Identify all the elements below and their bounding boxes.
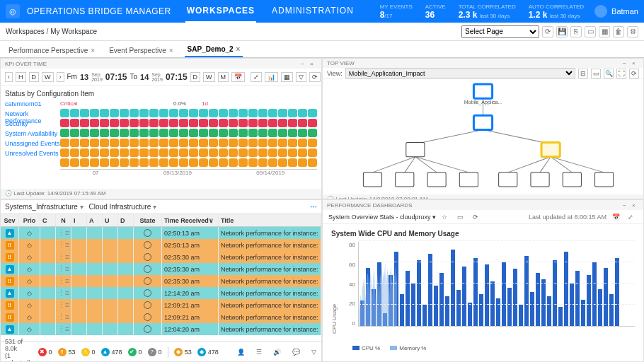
chart-bar[interactable] — [575, 271, 580, 326]
kpi-cell[interactable] — [70, 109, 79, 117]
kpi-cell[interactable] — [149, 119, 159, 127]
kpi-cell[interactable] — [110, 109, 119, 117]
tool-refresh-icon[interactable]: ⟳ — [542, 26, 553, 37]
table-row[interactable]: ‼◇⋮≡02:35:30 amNetwork performance for i… — [1, 275, 321, 287]
kpi-cell[interactable] — [219, 119, 228, 127]
kpi-cell[interactable] — [209, 129, 218, 137]
table-row[interactable]: ▲◇⋮≡02:50:13 amNetwork performance for i… — [1, 227, 321, 239]
range-month[interactable]: M — [218, 72, 229, 82]
chart-bar[interactable] — [400, 294, 404, 326]
sound-icon[interactable]: 🔊 — [273, 349, 281, 356]
kpi-cell[interactable] — [110, 129, 119, 137]
kpi-cell[interactable] — [110, 158, 119, 167]
severity-count[interactable]: ✖0 — [38, 348, 52, 356]
kpi-cell[interactable] — [80, 109, 89, 117]
chart-bar[interactable] — [541, 279, 546, 326]
kpi-cell[interactable] — [149, 129, 159, 137]
calendar-icon[interactable]: 📅 — [231, 72, 245, 82]
tool-settings-icon[interactable]: ⚙ — [627, 26, 638, 37]
minimize-icon[interactable]: − — [301, 61, 308, 67]
kpi-cell[interactable] — [189, 129, 198, 137]
kpi-cell[interactable] — [70, 158, 79, 167]
chart-icon[interactable]: 📊 — [265, 72, 278, 82]
kpi-cell[interactable] — [268, 139, 277, 147]
kpi-cell[interactable] — [130, 158, 139, 167]
kpi-cell[interactable] — [298, 139, 307, 147]
chart-bar[interactable] — [502, 262, 506, 326]
breadcrumb-root[interactable]: Workspaces — [6, 28, 45, 35]
kpi-cell[interactable] — [219, 129, 228, 137]
kpi-cell[interactable] — [120, 129, 129, 137]
chart-bar[interactable] — [547, 296, 551, 326]
kpi-cell[interactable] — [100, 119, 109, 127]
kpi-cell[interactable] — [90, 148, 99, 157]
kpi-cell[interactable] — [308, 158, 317, 167]
kpi-cell[interactable] — [219, 139, 228, 147]
kpi-cell[interactable] — [179, 129, 188, 137]
kpi-cell[interactable] — [179, 148, 188, 157]
kpi-cell[interactable] — [149, 148, 159, 157]
kpi-cell[interactable] — [139, 148, 149, 157]
minimize-icon[interactable]: − — [623, 202, 630, 209]
severity-count[interactable]: ‼53 — [58, 348, 76, 356]
kpi-cell[interactable] — [139, 109, 149, 117]
topology-canvas[interactable]: Mobile_Applica... — [323, 79, 643, 194]
kpi-cell[interactable] — [268, 129, 277, 137]
kpi-cell[interactable] — [159, 158, 168, 167]
chart-bar[interactable] — [479, 294, 483, 326]
kpi-cell[interactable] — [100, 148, 109, 157]
chart-bar[interactable] — [570, 284, 574, 326]
kpi-cell[interactable] — [80, 148, 89, 157]
kpi-cell[interactable] — [120, 139, 129, 147]
kpi-cell[interactable] — [189, 119, 198, 127]
kpi-cell[interactable] — [100, 158, 109, 167]
nav-prev-icon[interactable]: ‹ — [5, 72, 13, 82]
kpi-cell[interactable] — [278, 109, 287, 117]
chart-bar[interactable] — [462, 267, 466, 326]
tree-icon[interactable]: ⊟ — [578, 69, 588, 78]
page-selector[interactable]: Select Page — [461, 25, 539, 38]
kpi-cell[interactable] — [189, 148, 198, 157]
view-selector[interactable]: Mobile_Application_Impact — [345, 68, 575, 78]
kpi-cell[interactable] — [298, 148, 307, 157]
kpi-cell[interactable] — [90, 129, 99, 137]
kpi-cell[interactable] — [199, 119, 208, 127]
chart-bar[interactable] — [468, 303, 472, 326]
kpi-cell[interactable] — [219, 158, 228, 167]
table-row[interactable]: ▲◇⋮≡12:04:20 amNetwork performance for i… — [1, 323, 321, 335]
kpi-cell[interactable] — [60, 148, 69, 157]
kpi-item[interactable]: Unresolved Events — [5, 150, 60, 160]
kpi-cell[interactable] — [130, 129, 139, 137]
kpi-cell[interactable] — [169, 148, 178, 157]
chart-bar[interactable] — [615, 258, 619, 326]
calendar-icon[interactable]: 📅 — [612, 214, 622, 221]
kpi-cell[interactable] — [278, 158, 287, 167]
chart-bar[interactable] — [553, 260, 557, 326]
kpi-cell[interactable] — [248, 109, 258, 117]
kpi-cell[interactable] — [90, 139, 99, 147]
kpi-cell[interactable] — [179, 158, 188, 167]
tab-event-perspective[interactable]: Event Perspective× — [106, 44, 176, 57]
refresh-icon[interactable]: ⟳ — [629, 69, 639, 78]
kpi-cell[interactable] — [219, 148, 228, 157]
range-day2[interactable]: D — [190, 72, 201, 82]
kpi-cell[interactable] — [189, 109, 198, 117]
kpi-cell[interactable] — [169, 119, 178, 127]
kpi-cell[interactable] — [130, 119, 139, 127]
kpi-cell[interactable] — [209, 109, 218, 117]
kpi-cell[interactable] — [80, 139, 89, 147]
chart-bar[interactable] — [473, 258, 478, 326]
chart-bar[interactable] — [417, 260, 421, 326]
kpi-cell[interactable] — [189, 158, 198, 167]
chart-bar[interactable] — [513, 269, 517, 326]
kpi-cell[interactable] — [229, 158, 238, 167]
kpi-cell[interactable] — [120, 119, 129, 127]
tool-save-icon[interactable]: 💾 — [556, 26, 568, 37]
close-icon[interactable]: × — [632, 202, 639, 209]
kpi-cell[interactable] — [60, 139, 69, 147]
kpi-cell[interactable] — [149, 109, 159, 117]
chart-bar[interactable] — [564, 252, 568, 326]
close-icon[interactable]: × — [91, 47, 95, 54]
kpi-cell[interactable] — [308, 109, 317, 117]
table-row[interactable]: ▲◇⋮≡02:35:30 amNetwork performance for i… — [1, 263, 321, 275]
